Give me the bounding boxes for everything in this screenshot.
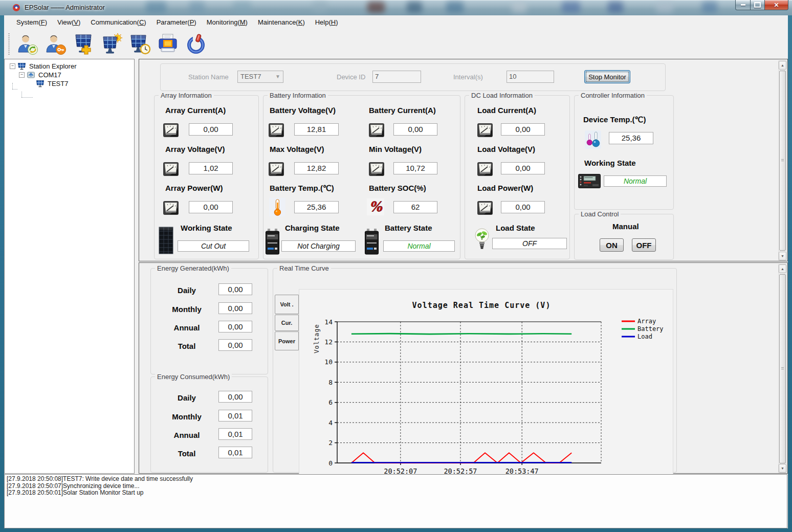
realtime-chart: Voltage Real Time Curve (V)Voltage024681… bbox=[299, 290, 673, 485]
scroll-track[interactable] bbox=[779, 273, 786, 464]
scroll-up-arrow[interactable]: ▲ bbox=[779, 61, 786, 70]
interval-input[interactable]: 10 bbox=[507, 71, 554, 83]
tree-item-label: Station Explorer bbox=[28, 62, 78, 70]
station-name-select[interactable]: TEST7 ▼ bbox=[237, 71, 283, 83]
load-off-button[interactable]: OFF bbox=[632, 238, 656, 252]
desktop-blur-blob bbox=[562, 2, 580, 13]
scroll-down-arrow[interactable]: ▼ bbox=[779, 464, 786, 473]
menubar: System(F)View(V)Communication(C)Paramete… bbox=[4, 15, 788, 29]
solar-module-icon bbox=[158, 227, 174, 254]
station-name-value: TEST7 bbox=[240, 73, 261, 80]
series-battery bbox=[351, 334, 571, 334]
controller-icon bbox=[578, 174, 601, 188]
dual-thermometer-icon bbox=[585, 130, 601, 149]
lower-scrollbar[interactable]: ▲ ▼ bbox=[778, 264, 787, 473]
maximize-button[interactable] bbox=[751, 0, 765, 10]
con-monthly-value: 0,01 bbox=[218, 410, 252, 422]
energy-and-curve-panel: Energy Generated(kWh) Daily 0,00 Monthly… bbox=[139, 262, 788, 474]
load-state-label: Load State bbox=[496, 224, 535, 232]
ytick-label: 6 bbox=[328, 398, 333, 406]
user-manage-button[interactable] bbox=[15, 32, 39, 56]
chart-ylabel: Voltage bbox=[313, 324, 320, 353]
legend-label-battery: Battery bbox=[637, 325, 664, 332]
toolbar bbox=[4, 29, 788, 59]
scroll-thumb[interactable] bbox=[779, 274, 786, 463]
ytick-label: 4 bbox=[328, 419, 333, 427]
menu-item-view[interactable]: View(V) bbox=[52, 16, 85, 28]
menu-item-monitoring[interactable]: Monitoring(M) bbox=[202, 16, 253, 28]
solar-panel-icon bbox=[17, 62, 26, 70]
exit-button[interactable] bbox=[184, 32, 208, 56]
gen-monthly-value: 0,00 bbox=[218, 302, 252, 314]
load-control-title: Load Control bbox=[579, 210, 621, 218]
menu-item-maintenance[interactable]: Maintenance(K) bbox=[253, 16, 310, 28]
menu-item-help[interactable]: Help(H) bbox=[310, 16, 343, 28]
device-temp-label: Device Temp.(℃) bbox=[583, 115, 646, 124]
ytick-label: 0 bbox=[328, 459, 333, 467]
tab-voltage[interactable]: Volt . bbox=[275, 295, 299, 314]
print-button[interactable] bbox=[156, 32, 180, 56]
meter-icon bbox=[163, 199, 179, 216]
window-title: EPSolar —— Administrator bbox=[25, 4, 105, 11]
meter-icon bbox=[368, 161, 385, 177]
meter-icon bbox=[477, 161, 493, 177]
battery-icon bbox=[265, 228, 280, 255]
log-panel[interactable]: [27.9.2018 20:50:08]TEST7: Write device … bbox=[4, 474, 787, 528]
gen-annual-label: Annual bbox=[161, 323, 212, 332]
battery-temp-value: 25,36 bbox=[294, 201, 339, 213]
tree-connector bbox=[21, 92, 22, 97]
menu-item-communication[interactable]: Communication(C) bbox=[85, 16, 151, 28]
user-key-button[interactable] bbox=[43, 32, 67, 56]
tab-power[interactable]: Power bbox=[275, 331, 299, 350]
gen-annual-value: 0,00 bbox=[218, 321, 252, 332]
energy-consumed-title: Energy Consumed(kWh) bbox=[155, 373, 232, 381]
gen-daily-label: Daily bbox=[161, 286, 212, 295]
menu-item-parameter[interactable]: Parameter(P) bbox=[151, 16, 202, 28]
array-working-state-value: Cut Out bbox=[178, 240, 249, 252]
tree-item-com17[interactable]: −COM17 bbox=[5, 71, 134, 79]
scroll-up-arrow[interactable]: ▲ bbox=[779, 264, 786, 273]
load-voltage-value: 0,00 bbox=[501, 162, 545, 174]
tree-item-test7[interactable]: TEST7 bbox=[5, 79, 134, 88]
chart-title: Voltage Real Time Curve (V) bbox=[412, 301, 551, 310]
maximize-icon bbox=[754, 2, 761, 8]
battery-current-label: Battery Current(A) bbox=[369, 106, 436, 115]
stop-monitor-button[interactable]: Stop Monitor bbox=[584, 70, 630, 83]
battery-icon bbox=[364, 228, 379, 255]
scroll-down-arrow[interactable]: ▼ bbox=[779, 252, 786, 260]
controller-working-state-label: Working State bbox=[584, 159, 636, 167]
tree-expander[interactable]: − bbox=[19, 72, 25, 78]
toolbar-grip bbox=[8, 33, 10, 55]
upper-scrollbar[interactable]: ▲ ▼ bbox=[778, 60, 787, 261]
array-current-value: 0,00 bbox=[189, 123, 233, 136]
load-current-value: 0,00 bbox=[501, 123, 545, 136]
menu-item-system[interactable]: System(F) bbox=[11, 16, 52, 28]
station-time-button[interactable] bbox=[128, 32, 151, 56]
bulb-plant-icon bbox=[474, 228, 490, 252]
chevron-down-icon: ▼ bbox=[275, 71, 280, 82]
add-station-button[interactable] bbox=[72, 32, 95, 56]
monitor-station-button[interactable] bbox=[100, 32, 123, 56]
scroll-thumb[interactable] bbox=[779, 71, 786, 251]
tab-current[interactable]: Cur. bbox=[275, 315, 299, 331]
station-time-icon bbox=[128, 33, 151, 55]
svg-text:%: % bbox=[369, 199, 383, 214]
load-current-label: Load Current(A) bbox=[477, 106, 536, 115]
com-port-icon bbox=[27, 71, 35, 79]
device-id-input[interactable]: 7 bbox=[372, 71, 421, 83]
meter-icon bbox=[268, 122, 284, 138]
titlebar: EPSolar —— Administrator bbox=[0, 0, 792, 15]
minimize-button[interactable] bbox=[735, 0, 751, 10]
scroll-grip bbox=[781, 367, 784, 370]
tree-item-station-explorer[interactable]: −Station Explorer bbox=[5, 62, 134, 71]
controller-information-title: Controller Information bbox=[579, 92, 647, 99]
load-control-mode-label: Manual bbox=[612, 222, 639, 231]
close-button[interactable]: ✕ bbox=[765, 0, 788, 10]
desktop-blur-blob bbox=[312, 2, 327, 13]
load-on-button[interactable]: ON bbox=[600, 238, 624, 252]
print-icon bbox=[157, 33, 179, 55]
min-voltage-value: 10,72 bbox=[393, 162, 437, 174]
scroll-track[interactable] bbox=[779, 70, 786, 252]
minimize-icon bbox=[741, 4, 745, 6]
tree-expander[interactable]: − bbox=[10, 63, 15, 69]
